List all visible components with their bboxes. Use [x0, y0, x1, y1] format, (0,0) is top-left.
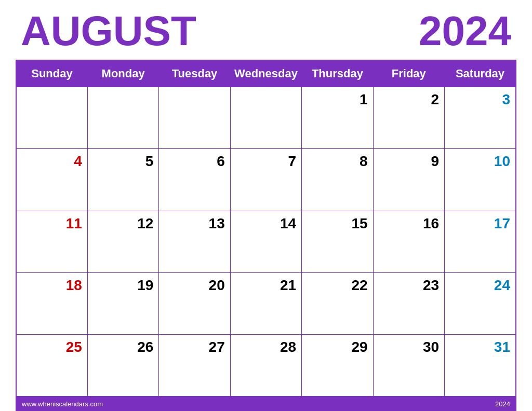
day-number: 3 — [449, 91, 510, 108]
month-title: AUGUST — [21, 10, 196, 52]
header-thursday: Thursday — [302, 60, 373, 87]
day-number: 23 — [378, 277, 439, 294]
footer-website: www.wheniscalendars.com — [22, 400, 103, 408]
week-row-5: 25262728293031 — [16, 335, 516, 396]
calendar-cell: 19 — [87, 272, 158, 334]
day-number: 5 — [92, 153, 153, 170]
day-number: 22 — [306, 277, 367, 294]
day-number: 30 — [378, 339, 439, 355]
calendar-cell — [230, 87, 301, 149]
day-number: 17 — [449, 215, 510, 232]
day-number: 16 — [378, 215, 439, 232]
calendar-cell — [16, 87, 87, 149]
calendar-cell: 24 — [445, 272, 516, 334]
calendar-cell — [87, 87, 158, 149]
calendar-cell: 15 — [302, 211, 373, 272]
day-number: 9 — [378, 153, 439, 170]
day-number: 13 — [163, 215, 224, 232]
day-number: 29 — [306, 339, 367, 355]
day-number: 15 — [306, 215, 367, 232]
calendar-cell: 26 — [87, 335, 158, 396]
calendar-cell: 12 — [87, 211, 158, 272]
calendar-cell: 7 — [230, 149, 301, 211]
calendar-cell: 14 — [230, 211, 301, 272]
calendar-cell — [159, 87, 230, 149]
day-number: 2 — [378, 91, 439, 108]
day-number: 26 — [92, 339, 153, 355]
day-number: 10 — [449, 153, 510, 170]
header-wednesday: Wednesday — [230, 60, 301, 87]
year-title: 2024 — [419, 10, 511, 52]
header-monday: Monday — [87, 60, 158, 87]
calendar-cell: 23 — [373, 272, 444, 334]
calendar-cell: 28 — [230, 335, 301, 396]
day-number: 7 — [235, 153, 296, 170]
calendar-cell: 5 — [87, 149, 158, 211]
calendar-cell: 18 — [16, 272, 87, 334]
day-number: 21 — [235, 277, 296, 294]
calendar-cell: 3 — [445, 87, 516, 149]
calendar-cell: 13 — [159, 211, 230, 272]
header-friday: Friday — [373, 60, 444, 87]
calendar-cell: 29 — [302, 335, 373, 396]
calendar-cell: 11 — [16, 211, 87, 272]
calendar-cell: 21 — [230, 272, 301, 334]
week-row-2: 45678910 — [16, 149, 516, 211]
day-number: 25 — [21, 339, 82, 355]
week-row-3: 11121314151617 — [16, 211, 516, 272]
day-number: 6 — [163, 153, 224, 170]
day-number: 28 — [235, 339, 296, 355]
day-number: 19 — [92, 277, 153, 294]
day-number: 4 — [21, 153, 82, 170]
header-tuesday: Tuesday — [159, 60, 230, 87]
day-number: 31 — [449, 339, 510, 355]
calendar-cell: 16 — [373, 211, 444, 272]
calendar-cell: 22 — [302, 272, 373, 334]
days-header-row: Sunday Monday Tuesday Wednesday Thursday… — [16, 60, 516, 87]
calendar-cell: 27 — [159, 335, 230, 396]
calendar-header: AUGUST 2024 — [16, 5, 516, 60]
week-row-1: 123 — [16, 87, 516, 149]
calendar-wrapper: AUGUST 2024 Sunday Monday Tuesday Wednes… — [0, 0, 532, 411]
calendar-cell: 17 — [445, 211, 516, 272]
calendar-cell: 20 — [159, 272, 230, 334]
calendar-cell: 25 — [16, 335, 87, 396]
calendar-cell: 30 — [373, 335, 444, 396]
calendar-cell: 10 — [445, 149, 516, 211]
day-number: 14 — [235, 215, 296, 232]
calendar-cell: 2 — [373, 87, 444, 149]
calendar-cell: 9 — [373, 149, 444, 211]
header-sunday: Sunday — [16, 60, 87, 87]
calendar-footer: www.wheniscalendars.com 2024 — [16, 397, 516, 411]
day-number: 24 — [449, 277, 510, 294]
day-number: 27 — [163, 339, 224, 355]
calendar-cell: 6 — [159, 149, 230, 211]
calendar-cell: 8 — [302, 149, 373, 211]
calendar-cell: 1 — [302, 87, 373, 149]
header-saturday: Saturday — [445, 60, 516, 87]
week-row-4: 18192021222324 — [16, 272, 516, 334]
calendar-table: Sunday Monday Tuesday Wednesday Thursday… — [16, 60, 516, 397]
calendar-body: 1234567891011121314151617181920212223242… — [16, 87, 516, 397]
calendar-cell: 31 — [445, 335, 516, 396]
day-number: 12 — [92, 215, 153, 232]
day-number: 8 — [306, 153, 367, 170]
day-number: 20 — [163, 277, 224, 294]
day-number: 11 — [21, 215, 82, 232]
footer-year: 2024 — [495, 400, 510, 408]
calendar-cell: 4 — [16, 149, 87, 211]
day-number: 1 — [306, 91, 367, 108]
day-number: 18 — [21, 277, 82, 294]
